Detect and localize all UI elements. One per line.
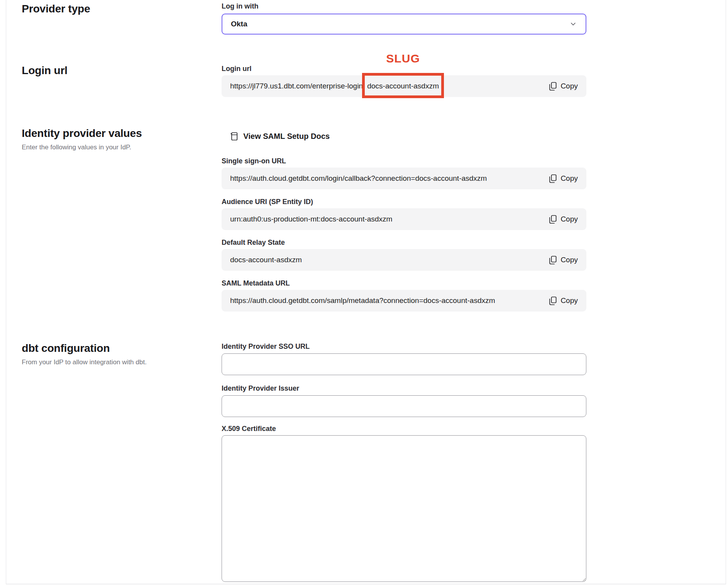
audience-uri-label: Audience URI (SP Entity ID) <box>222 197 586 206</box>
docs-book-icon <box>230 132 238 141</box>
dbt-configuration-heading: dbt configuration <box>22 342 222 355</box>
identity-provider-heading: Identity provider values <box>22 127 222 140</box>
copy-relay-state-button[interactable]: Copy <box>549 256 578 265</box>
idp-issuer-input[interactable] <box>222 395 586 417</box>
x509-certificate-label: X.509 Certificate <box>222 424 586 433</box>
sso-settings-panel: Provider type Log in with Okta Login url… <box>6 0 726 584</box>
login-url-slug-text: docs-account-asdxzm <box>367 82 439 90</box>
idp-sso-url-label: Identity Provider SSO URL <box>222 342 586 351</box>
copy-icon <box>549 296 557 305</box>
copy-sso-url-button[interactable]: Copy <box>549 174 578 183</box>
login-url-prefix: https://jl779.us1.dbt.com/enterprise-log… <box>230 82 363 90</box>
sso-url-field: https://auth.cloud.getdbt.com/login/call… <box>222 168 586 189</box>
docs-link-label: View SAML Setup Docs <box>243 132 330 141</box>
login-url-heading: Login url <box>22 64 222 77</box>
copy-button-label: Copy <box>561 296 578 305</box>
copy-icon <box>549 256 557 265</box>
copy-icon <box>549 215 557 224</box>
sso-url-value: https://auth.cloud.getdbt.com/login/call… <box>230 174 541 183</box>
slug-annotation: SLUG <box>386 52 420 65</box>
copy-saml-metadata-button[interactable]: Copy <box>549 296 578 305</box>
saml-metadata-url-label: SAML Metadata URL <box>222 279 586 288</box>
view-saml-setup-docs-link[interactable]: View SAML Setup Docs <box>230 132 330 141</box>
x509-certificate-textarea[interactable] <box>222 435 586 582</box>
default-relay-state-value: docs-account-asdxzm <box>230 256 541 264</box>
idp-issuer-label: Identity Provider Issuer <box>222 384 586 393</box>
section-provider-type: Provider type Log in with Okta <box>22 2 726 35</box>
copy-button-label: Copy <box>561 82 578 90</box>
copy-login-url-button[interactable]: Copy <box>549 82 578 91</box>
dbt-configuration-subheading: From your IdP to allow integration with … <box>22 358 222 366</box>
saml-metadata-url-value: https://auth.cloud.getdbt.com/samlp/meta… <box>230 296 541 305</box>
copy-button-label: Copy <box>561 174 578 183</box>
provider-select-value: Okta <box>231 20 569 28</box>
audience-uri-field: urn:auth0:us-production-mt:docs-account-… <box>222 208 586 230</box>
idp-sso-url-input[interactable] <box>222 353 586 375</box>
log-in-with-label: Log in with <box>222 2 586 11</box>
section-login-url: Login url Login url https://jl779.us1.db… <box>22 64 726 97</box>
provider-select[interactable]: Okta <box>222 14 586 35</box>
saml-metadata-url-field: https://auth.cloud.getdbt.com/samlp/meta… <box>222 290 586 312</box>
chevron-down-icon <box>569 20 577 28</box>
login-url-slug: docs-account-asdxzmSLUG <box>364 82 442 90</box>
default-relay-state-field: docs-account-asdxzm Copy <box>222 249 586 271</box>
copy-button-label: Copy <box>561 256 578 264</box>
copy-button-label: Copy <box>561 215 578 223</box>
copy-icon <box>549 82 557 91</box>
login-url-field: https://jl779.us1.dbt.com/enterprise-log… <box>222 75 586 97</box>
sso-url-label: Single sign-on URL <box>222 156 586 166</box>
provider-type-heading: Provider type <box>22 2 222 16</box>
audience-uri-value: urn:auth0:us-production-mt:docs-account-… <box>230 215 541 223</box>
identity-provider-subheading: Enter the following values in your IdP. <box>22 143 222 151</box>
section-identity-provider-values: Identity provider values Enter the follo… <box>22 127 726 312</box>
section-dbt-configuration: dbt configuration From your IdP to allow… <box>22 342 726 583</box>
login-url-label: Login url <box>222 64 586 73</box>
default-relay-state-label: Default Relay State <box>222 238 586 247</box>
copy-icon <box>549 174 557 183</box>
login-url-value: https://jl779.us1.dbt.com/enterprise-log… <box>230 82 541 90</box>
copy-audience-uri-button[interactable]: Copy <box>549 215 578 224</box>
